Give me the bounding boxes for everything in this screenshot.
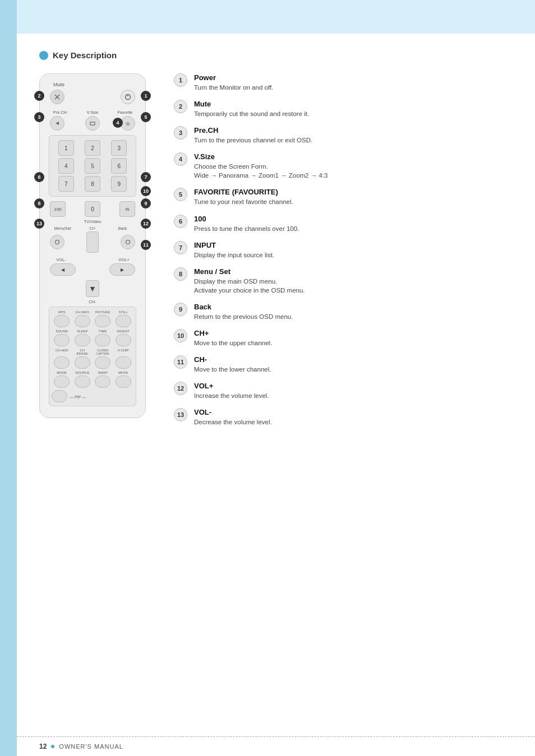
chadd-button[interactable] xyxy=(54,356,70,369)
desc-text-6: 100 Press to tune the channels over 100. xyxy=(194,215,513,233)
menu-set-button[interactable] xyxy=(50,235,64,249)
descriptions-panel: 1 Power Turn the Monitor on and off. 2 M… xyxy=(174,73,513,426)
svg-rect-5 xyxy=(90,122,95,125)
desc-text-1: Power Turn the Monitor on and off. xyxy=(194,73,513,92)
section-title: Key Description xyxy=(39,50,513,60)
sleep-label: SLEEP xyxy=(75,330,90,333)
desc-body-10: Move to the upper channel. xyxy=(194,338,513,347)
time-button[interactable] xyxy=(95,334,110,346)
cherase-button[interactable] xyxy=(75,356,90,369)
desc-number-1: 1 xyxy=(174,73,187,87)
swap-label: SWAP xyxy=(95,371,110,374)
swap-button[interactable] xyxy=(95,375,110,388)
desc-body-5: Tune to your next favorite channel. xyxy=(194,197,513,206)
preich-label: Pre.CH xyxy=(49,110,71,115)
desc-item-7: 7 INPUT Display the input source list. xyxy=(174,241,513,259)
cherase-label: CH ERASE xyxy=(75,349,90,355)
caption-button[interactable] xyxy=(95,356,110,369)
vchip-label: V-CHIP xyxy=(116,349,131,355)
desc-number-13: 13 xyxy=(174,408,187,421)
chinfo-button[interactable] xyxy=(75,315,90,327)
desc-item-8: 8 Menu / Set Display the main OSD menu.A… xyxy=(174,267,513,295)
desc-text-5: FAVORITE (FAVOURITE) Tune to your next f… xyxy=(194,188,513,206)
vol-minus-button[interactable]: ◀ xyxy=(50,263,76,276)
desc-title-3: Pre.CH xyxy=(194,126,513,134)
desc-title-10: CH+ xyxy=(194,329,513,337)
pip-onoff-button[interactable] xyxy=(52,390,67,402)
pip-section: MTS CH INFO PICTURE STILL SOUND S xyxy=(49,307,136,406)
prech-button[interactable] xyxy=(50,116,64,131)
chinfo-label: CH INFO xyxy=(75,310,90,314)
mts-button[interactable] xyxy=(54,315,70,327)
desc-number-2: 2 xyxy=(174,100,187,113)
page-content: Key Description 2 1 3 5 4 6 7 10 xyxy=(17,34,535,756)
ch0-button[interactable]: 0 xyxy=(85,201,100,217)
move-button[interactable] xyxy=(116,375,131,388)
num-9-button[interactable]: 9 xyxy=(111,176,127,192)
num-3-button[interactable]: 3 xyxy=(111,140,127,156)
still-button[interactable] xyxy=(116,315,131,327)
num-1-button[interactable]: 1 xyxy=(58,140,74,156)
ch100-button[interactable]: 100 xyxy=(50,201,66,217)
vsize-button[interactable] xyxy=(85,116,100,131)
desc-body-6: Press to tune the channels over 100. xyxy=(194,224,513,233)
desc-body-4: Choose the Screen Form.Wide → Panorama →… xyxy=(194,162,513,180)
remote-menu-row xyxy=(48,231,137,253)
desc-item-11: 11 CH- Move to the lower channel. xyxy=(174,355,513,374)
vol-plus-label: VOL+ xyxy=(113,257,135,262)
desc-item-1: 1 Power Turn the Monitor on and off. xyxy=(174,73,513,92)
desc-text-12: VOL+ Increase the volume level. xyxy=(194,382,513,400)
desc-item-5: 5 FAVORITE (FAVOURITE) Tune to your next… xyxy=(174,188,513,206)
desc-title-13: VOL- xyxy=(194,408,513,416)
page-number: 12 xyxy=(39,743,47,750)
desc-title-9: Back xyxy=(194,303,513,311)
num-8-button[interactable]: 8 xyxy=(85,176,100,192)
num-4-button[interactable]: 4 xyxy=(58,158,74,174)
num-5-button[interactable]: 5 xyxy=(85,158,100,174)
mute-button[interactable] xyxy=(50,90,64,104)
blue-sidebar xyxy=(0,0,17,756)
remote-vol-row: ◀ ▶ xyxy=(48,263,137,276)
pip-row-4 xyxy=(52,375,133,388)
picture-label: PICTURE xyxy=(95,310,110,314)
pip-row-2 xyxy=(52,334,133,346)
desc-title-11: CH- xyxy=(194,355,513,364)
power-button[interactable] xyxy=(121,90,135,104)
back-button[interactable] xyxy=(121,235,135,249)
num-6-button[interactable]: 6 xyxy=(111,158,127,174)
ci-plus-slider[interactable] xyxy=(86,231,99,253)
desc-body-3: Turn to the previous channel or exit OSD… xyxy=(194,136,513,145)
pip-onoff-row: — PIP — xyxy=(52,390,133,402)
remote-row2 xyxy=(48,116,137,131)
sound-button[interactable] xyxy=(54,334,70,346)
num-7-button[interactable]: 7 xyxy=(58,176,74,192)
vol-plus-button[interactable]: ▶ xyxy=(109,263,135,276)
desc-body-1: Turn the Monitor on and off. xyxy=(194,83,513,92)
footer-manual-label: OWNER'S MANUAL xyxy=(59,743,123,750)
digest-button[interactable] xyxy=(116,334,131,346)
num-2-button[interactable]: 2 xyxy=(85,140,100,156)
input-button[interactable]: IN xyxy=(119,201,135,217)
remote-vol-labels: VOL- VOL+ xyxy=(48,257,137,262)
pip-title: — PIP — xyxy=(70,395,86,399)
vol-minus-label: VOL- xyxy=(50,257,72,262)
page-footer: 12 OWNER'S MANUAL xyxy=(17,736,535,756)
picture-button[interactable] xyxy=(95,315,110,327)
main-layout: 2 1 3 5 4 6 7 10 8 9 13 xyxy=(39,73,513,426)
desc-title-2: Mute xyxy=(194,100,513,108)
ch-nav-button[interactable]: ▼ xyxy=(86,280,99,297)
callout-10: 10 xyxy=(141,186,151,196)
digest-label: DIGEST xyxy=(116,330,131,333)
desc-item-3: 3 Pre.CH Turn to the previous channel or… xyxy=(174,126,513,145)
sleep-button[interactable] xyxy=(75,334,90,346)
vchip-button[interactable] xyxy=(116,356,131,369)
mode-button[interactable] xyxy=(54,375,70,388)
remote-labels-row: Pre.CH V.Size Favorite xyxy=(48,110,137,115)
desc-number-4: 4 xyxy=(174,152,187,166)
callout-2: 2 xyxy=(34,91,44,101)
footer-dot xyxy=(51,745,54,748)
desc-number-9: 9 xyxy=(174,303,187,316)
desc-body-9: Return to the previous OSD menu. xyxy=(194,312,513,321)
source-button[interactable] xyxy=(75,375,90,388)
numpad-row-2: 4 5 6 xyxy=(53,158,132,174)
